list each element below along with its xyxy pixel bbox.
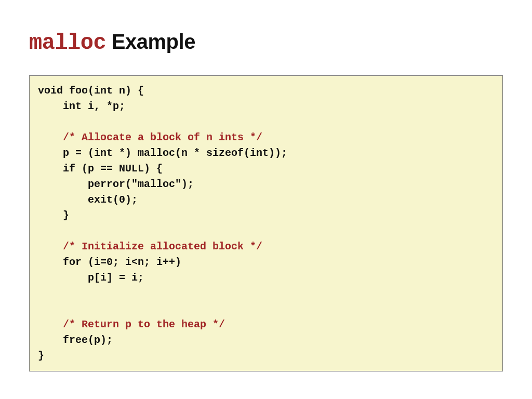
code-comment: /* Initialize allocated block */ [63, 241, 262, 252]
code-line: void foo(int n) { [38, 83, 494, 99]
code-line: } [38, 208, 494, 223]
code-line [38, 223, 494, 239]
title-mono: malloc [29, 31, 106, 56]
code-line: p = (int *) malloc(n * sizeof(int)); [38, 145, 494, 161]
code-line: if (p == NULL) { [38, 161, 494, 177]
code-line: } [38, 348, 494, 364]
code-line [38, 286, 494, 301]
slide-title: malloc Example [29, 30, 503, 56]
code-line [38, 301, 494, 317]
code-line: perror("malloc"); [38, 177, 494, 192]
code-line: exit(0); [38, 192, 494, 208]
slide: malloc Example void foo(int n) { int i, … [0, 0, 532, 399]
code-line: /* Return p to the heap */ [38, 317, 494, 332]
code-listing: void foo(int n) { int i, *p; /* Allocate… [38, 83, 494, 364]
code-line: int i, *p; [38, 99, 494, 114]
code-line: /* Initialize allocated block */ [38, 239, 494, 255]
code-line: free(p); [38, 332, 494, 348]
code-line: /* Allocate a block of n ints */ [38, 130, 494, 145]
code-line: for (i=0; i<n; i++) [38, 255, 494, 270]
code-box: void foo(int n) { int i, *p; /* Allocate… [29, 75, 503, 371]
title-rest: Example [106, 30, 195, 53]
code-line: p[i] = i; [38, 270, 494, 286]
code-comment: /* Allocate a block of n ints */ [63, 131, 262, 143]
code-line [38, 114, 494, 130]
code-comment: /* Return p to the heap */ [63, 318, 225, 330]
